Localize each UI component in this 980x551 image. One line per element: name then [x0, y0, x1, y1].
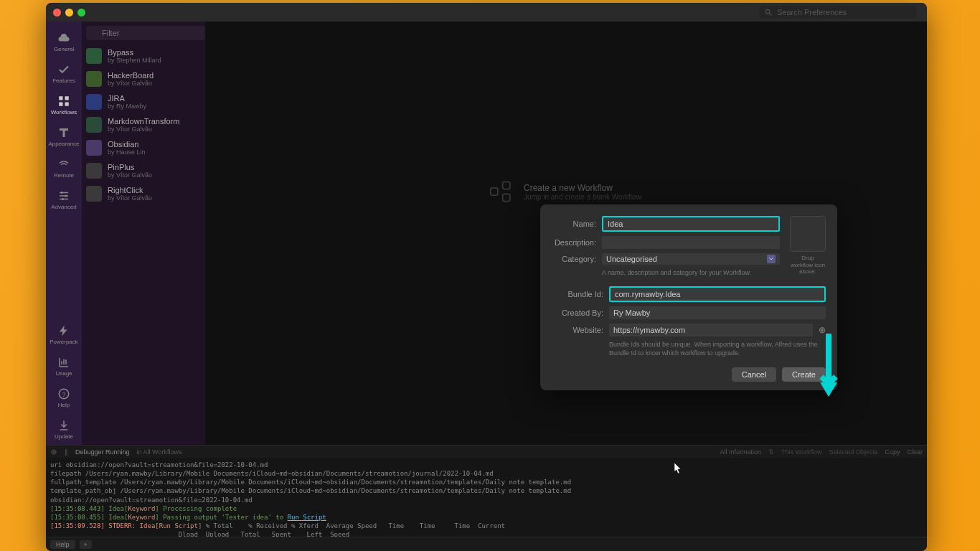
workflow-author: by Vítor Galvão [108, 194, 201, 202]
footer-bar: Help + [46, 537, 927, 551]
svg-rect-2 [59, 96, 62, 100]
create-workflow-modal: Drop workflow icon above. Name: Descript… [540, 204, 837, 390]
category-label: Category: [552, 255, 596, 263]
titlebar: Search Preferences [46, 3, 927, 22]
workflow-author: by Ry Mawby [108, 103, 201, 110]
search-icon [765, 9, 773, 17]
svg-point-8 [62, 198, 64, 200]
nav-general[interactable]: General [46, 26, 82, 57]
website-field[interactable] [609, 324, 813, 336]
app-window: Search Preferences General Features Work… [46, 3, 927, 551]
workflow-list: Bypassby Stephen MillardHackerBoardby Ví… [82, 44, 205, 445]
debug-statusbar: ‖ Debugger Running in All Workflows All … [46, 445, 927, 458]
cloud-icon [57, 32, 70, 44]
workflow-canvas[interactable]: Create a new Workflow Jump in and create… [205, 22, 927, 445]
filter-bar [82, 22, 205, 44]
nav-features[interactable]: Features [46, 57, 82, 89]
workflow-author: by Vítor Galvão [108, 80, 201, 87]
nav-help[interactable]: ? Help [46, 382, 82, 413]
nav-label: Update [55, 433, 73, 440]
createdby-field[interactable] [609, 306, 826, 319]
nav-workflows[interactable]: Workflows [46, 89, 82, 121]
nav-label: Features [52, 77, 75, 84]
nav-update[interactable]: Update [46, 413, 82, 445]
copy-button[interactable]: Copy [885, 448, 900, 456]
svg-rect-3 [65, 96, 69, 100]
workflow-icon [86, 48, 102, 64]
nav-label: Powerpack [50, 339, 78, 345]
workflow-name: Obsidian [108, 140, 201, 149]
help-icon: ? [57, 387, 70, 400]
brush-icon [57, 126, 70, 139]
pause-icon[interactable]: ‖ [65, 448, 68, 456]
svg-rect-5 [65, 102, 69, 105]
clear-button[interactable]: Clear [907, 448, 923, 456]
list-item[interactable]: PinPlusby Vítor Galvão [82, 159, 205, 182]
workflow-name: HackerBoard [108, 71, 201, 80]
grid-icon [57, 95, 70, 108]
workflow-icon [86, 163, 102, 179]
nav-usage[interactable]: Usage [46, 350, 82, 382]
close-icon[interactable] [53, 9, 61, 17]
nav-label: Remote [54, 172, 74, 179]
icon-drop-label: Drop workflow icon above. [790, 255, 826, 276]
name-field[interactable] [602, 216, 780, 232]
nav-label: Help [58, 402, 70, 408]
list-item[interactable]: Obsidianby Hause Lin [82, 136, 205, 159]
bundle-label: Bundle Id: [552, 290, 603, 298]
globe-icon[interactable]: ⊕ [819, 325, 826, 335]
workflow-sidebar: Bypassby Stephen MillardHackerBoardby Ví… [82, 22, 205, 445]
chevron-down-icon [767, 255, 776, 263]
create-button[interactable]: Create [782, 367, 826, 382]
list-item[interactable]: JIRAby Ry Mawby [82, 90, 205, 113]
left-nav: General Features Workflows Appearance Re… [46, 22, 82, 445]
download-icon [57, 419, 70, 432]
svg-rect-4 [59, 102, 62, 105]
workflow-author: by Hause Lin [108, 149, 201, 156]
search-preferences[interactable]: Search Preferences [759, 6, 917, 19]
nav-label: Appearance [48, 141, 79, 147]
minimize-icon[interactable] [65, 9, 73, 17]
bolt-icon [57, 324, 70, 337]
workflow-author: by Stephen Millard [108, 57, 201, 64]
debug-log[interactable]: uri obsidian://open?vault=streamotion&fi… [46, 458, 927, 537]
workflow-icon [86, 117, 102, 133]
workflow-author: by Vítor Galvão [108, 126, 201, 133]
zoom-icon[interactable] [77, 9, 85, 17]
info-level-select[interactable]: All Information [720, 448, 762, 456]
help-button[interactable]: Help [50, 540, 75, 549]
category-value: Uncategorised [606, 255, 657, 263]
createdby-label: Created By: [552, 309, 603, 317]
cancel-button[interactable]: Cancel [732, 367, 776, 382]
website-label: Website: [552, 326, 603, 334]
workflow-name: PinPlus [108, 163, 201, 171]
list-item[interactable]: HackerBoardby Vítor Galvão [82, 67, 205, 90]
scope-objects[interactable]: Selected Objects [829, 448, 877, 456]
search-placeholder: Search Preferences [777, 8, 847, 17]
main-area: General Features Workflows Appearance Re… [46, 22, 927, 445]
workflow-name: MarkdownTransform [108, 117, 201, 126]
nav-appearance[interactable]: Appearance [46, 121, 82, 152]
bundle-field[interactable] [609, 286, 826, 302]
bug-icon[interactable] [50, 448, 57, 456]
nav-label: Advanced [51, 204, 77, 210]
description-label: Description: [552, 238, 596, 247]
list-item[interactable]: MarkdownTransformby Vítor Galvão [82, 113, 205, 136]
nav-advanced[interactable]: Advanced [46, 184, 82, 215]
list-item[interactable]: Bypassby Stephen Millard [82, 44, 205, 67]
filter-input[interactable] [86, 26, 205, 40]
traffic-lights [53, 9, 85, 17]
nav-label: Workflows [51, 109, 77, 116]
workflow-icon [86, 71, 102, 87]
icon-dropzone[interactable] [790, 216, 826, 252]
svg-point-6 [61, 192, 63, 194]
description-field[interactable] [602, 236, 780, 249]
scope-workflow[interactable]: This Workflow [781, 448, 821, 456]
nav-remote[interactable]: Remote [46, 152, 82, 184]
add-button[interactable]: + [80, 540, 92, 549]
nav-powerpack[interactable]: Powerpack [46, 319, 82, 350]
debug-status: Debugger Running [75, 448, 130, 456]
check-icon [57, 63, 70, 76]
category-select[interactable]: Uncategorised [602, 253, 780, 265]
list-item[interactable]: RightClickby Vítor Galvão [82, 182, 205, 205]
